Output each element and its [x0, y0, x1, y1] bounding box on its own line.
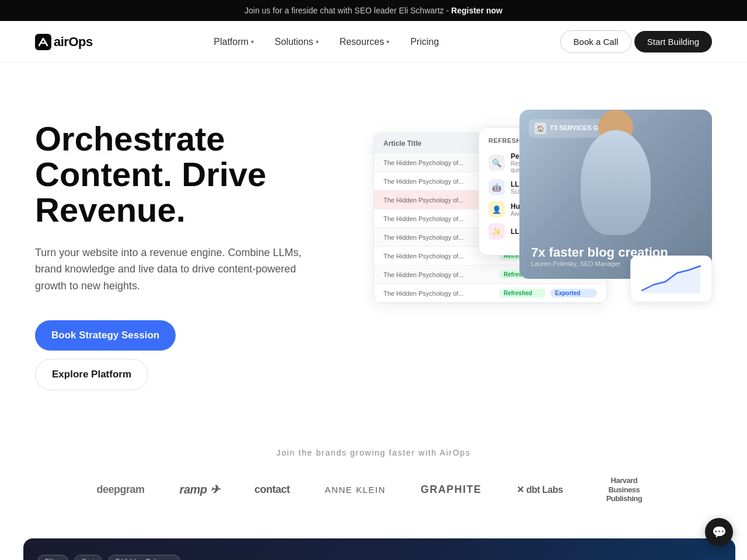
- logo-text: airOps: [54, 34, 93, 50]
- table-row: The Hidden Psychology of... Refreshed Ex…: [374, 284, 606, 303]
- svg-rect-0: [35, 34, 51, 50]
- brand-deepgram: deepgram: [97, 484, 145, 496]
- chat-button[interactable]: 💬: [705, 518, 733, 546]
- nav-item-platform[interactable]: Platform ▾: [214, 37, 254, 47]
- hero-subtitle: Turn your website into a revenue engine.…: [35, 244, 303, 295]
- announcement-cta[interactable]: Register now: [451, 6, 502, 15]
- nav-item-resources[interactable]: Resources ▾: [340, 37, 389, 47]
- explore-platform-button[interactable]: Explore Platform: [35, 359, 148, 390]
- bottom-teaser: Filter Sort 7 Hidden Columns: [23, 538, 735, 560]
- t3-icon: 🏠: [535, 123, 546, 134]
- nav-links: Platform ▾ Solutions ▾ Resources ▾ Prici…: [214, 37, 439, 47]
- brand-graphite: GRAPHITE: [421, 484, 482, 496]
- chart-mini: [630, 256, 712, 302]
- book-strategy-button[interactable]: Book Strategy Session: [35, 320, 176, 351]
- brand-dbt: ✕ dbt Labs: [516, 484, 563, 495]
- filter-pill[interactable]: Filter: [37, 555, 68, 560]
- step-icon-human: 👤: [488, 201, 505, 218]
- nav-item-solutions[interactable]: Solutions ▾: [275, 37, 319, 47]
- brand-anneklein: ANNE KLEIN: [325, 485, 386, 495]
- brands-row: deepgram ramp ✈ contact ANNE KLEIN GRAPH…: [35, 476, 712, 503]
- announcement-bar: Join us for a fireside chat with SEO lea…: [0, 0, 747, 21]
- testimonial-card: 🏠 T3 SERVICES GROUP 7x faster blog creat…: [519, 110, 712, 279]
- person-image: [519, 133, 712, 232]
- columns-pill[interactable]: 7 Hidden Columns: [108, 555, 181, 560]
- step-icon-llm: 🤖: [488, 179, 505, 195]
- navbar: airOps Platform ▾ Solutions ▾ Resources …: [0, 21, 747, 63]
- nav-item-pricing[interactable]: Pricing: [410, 37, 439, 47]
- chat-icon: 💬: [712, 525, 727, 539]
- bottom-teaser-section: Filter Sort 7 Hidden Columns: [0, 538, 747, 560]
- nav-logo[interactable]: airOps: [35, 34, 93, 50]
- hero-left: Orchestrate Content. Drive Revenue. Turn…: [35, 110, 338, 390]
- step-icon-perplexity: 🔍: [488, 155, 505, 171]
- hero-buttons: Book Strategy Session Explore Platform: [35, 320, 338, 390]
- hero-visual: Article Title The Hidden Psychology of..…: [362, 110, 712, 390]
- filter-bar: Filter Sort 7 Hidden Columns: [37, 555, 180, 560]
- start-building-button[interactable]: Start Building: [634, 31, 712, 52]
- sort-pill[interactable]: Sort: [74, 555, 102, 560]
- hero-section: Orchestrate Content. Drive Revenue. Turn…: [0, 63, 747, 425]
- logo-icon: [35, 34, 51, 50]
- book-call-button[interactable]: Book a Call: [560, 30, 632, 53]
- brand-contact: contact: [254, 484, 290, 496]
- brand-ramp: ramp ✈: [180, 482, 219, 496]
- step-icon-llm2: ✨: [488, 223, 505, 240]
- hero-title: Orchestrate Content. Drive Revenue.: [35, 121, 338, 228]
- brands-label: Join the brands growing faster with AirO…: [35, 448, 712, 457]
- brands-section: Join the brands growing faster with AirO…: [0, 425, 747, 538]
- nav-actions: Book a Call Start Building: [560, 30, 712, 53]
- brand-harvard: Harvard Business Publishing: [598, 476, 650, 503]
- announcement-text: Join us for a fireside chat with SEO lea…: [245, 6, 451, 15]
